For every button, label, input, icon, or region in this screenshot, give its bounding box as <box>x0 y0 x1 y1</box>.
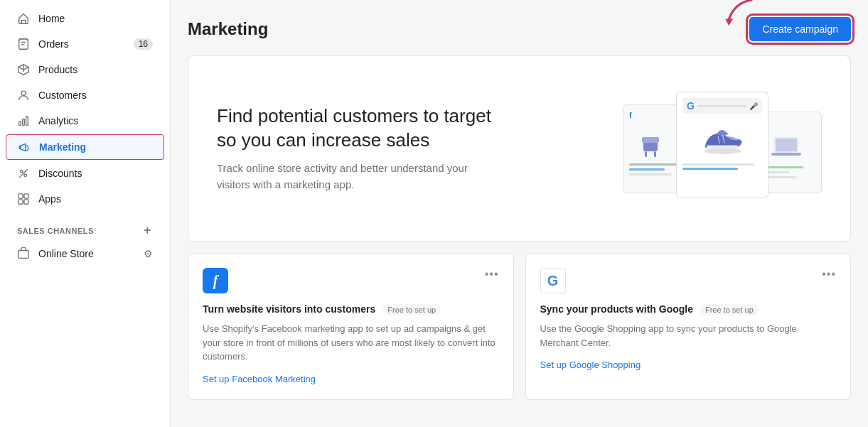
svg-rect-10 <box>18 200 23 204</box>
sidebar-item-analytics[interactable]: Analytics <box>6 109 164 133</box>
facebook-card: f ••• Turn website visitors into custome… <box>188 253 514 400</box>
svg-rect-19 <box>776 139 797 151</box>
orders-badge: 16 <box>134 38 153 50</box>
sidebar-item-discounts[interactable]: Discounts <box>6 161 164 185</box>
sidebar-item-label: Orders <box>38 38 69 50</box>
hero-heading: Find potential customers to target so yo… <box>217 104 515 153</box>
google-setup-link[interactable]: Set up Google Shopping <box>540 360 641 370</box>
svg-rect-11 <box>24 200 28 204</box>
sidebar-item-apps[interactable]: Apps <box>6 187 164 211</box>
svg-rect-9 <box>24 194 28 198</box>
create-campaign-container: Create campaign <box>749 17 851 41</box>
svg-rect-16 <box>645 151 647 157</box>
analytics-icon <box>17 114 30 127</box>
sidebar-item-label: Analytics <box>38 115 78 126</box>
sidebar-item-orders[interactable]: Orders 16 <box>6 32 164 56</box>
facebook-free-badge: Free to set up <box>382 304 441 315</box>
home-icon <box>17 12 30 25</box>
illus-main-card: G 🎤 <box>676 92 768 198</box>
page-title: Marketing <box>188 19 268 39</box>
svg-rect-3 <box>23 119 25 125</box>
sidebar-item-home[interactable]: Home <box>6 6 164 31</box>
svg-point-6 <box>21 171 23 173</box>
facebook-card-menu[interactable]: ••• <box>485 268 499 281</box>
svg-rect-5 <box>19 146 21 149</box>
main-content: Marketing Create campaign Find potential… <box>171 0 868 427</box>
discounts-icon <box>17 167 30 180</box>
facebook-card-title-row: Turn website visitors into customers Fre… <box>203 303 499 316</box>
google-search-bar: G 🎤 <box>682 98 762 114</box>
svg-rect-17 <box>654 151 656 157</box>
google-card-title: Sync your products with Google <box>540 303 693 315</box>
google-free-badge: Free to set up <box>700 304 759 315</box>
svg-rect-22 <box>706 146 738 149</box>
sidebar-item-label: Apps <box>38 193 61 205</box>
svg-rect-12 <box>18 251 28 259</box>
customers-icon <box>17 89 30 102</box>
google-card-menu[interactable]: ••• <box>822 268 836 281</box>
sidebar-item-label: Customers <box>38 90 87 101</box>
sidebar-item-products[interactable]: Products <box>6 58 164 82</box>
sidebar-item-label: Marketing <box>39 141 86 153</box>
online-store-settings-icon[interactable]: ⚙ <box>144 248 153 259</box>
search-bar-line <box>697 105 746 107</box>
sidebar-item-label: Home <box>38 13 65 24</box>
online-store-icon <box>17 247 30 260</box>
hero-card: Find potential customers to target so yo… <box>188 55 851 242</box>
create-campaign-button[interactable]: Create campaign <box>749 17 851 41</box>
facebook-icon: f <box>203 268 228 293</box>
svg-rect-0 <box>19 39 28 49</box>
mic-icon: 🎤 <box>749 102 758 110</box>
sidebar-item-customers[interactable]: Customers <box>6 83 164 107</box>
svg-rect-20 <box>771 153 801 156</box>
svg-rect-4 <box>26 117 28 126</box>
sidebar: Home Orders 16 Products Customers Analyt… <box>0 0 171 427</box>
orders-icon <box>17 38 30 50</box>
facebook-card-description: Use Shopify's Facebook marketing app to … <box>203 322 499 364</box>
sales-channels-header: SALES CHANNELS ＋ <box>6 215 164 241</box>
hero-text: Find potential customers to target so yo… <box>217 104 515 193</box>
hero-illustration: f M <box>623 85 822 212</box>
page-header: Marketing Create campaign <box>188 17 851 41</box>
facebook-card-top: f ••• <box>203 268 499 293</box>
sidebar-item-label: Products <box>38 64 77 75</box>
svg-point-21 <box>704 148 741 154</box>
sidebar-item-marketing[interactable]: Marketing <box>6 134 164 160</box>
google-icon: G <box>540 268 566 293</box>
google-g-logo: G <box>687 100 695 112</box>
google-card-description: Use the Google Shopping app to sync your… <box>540 322 837 350</box>
online-store-label: Online Store <box>38 248 94 259</box>
add-sales-channel-icon[interactable]: ＋ <box>141 223 154 238</box>
google-card-title-row: Sync your products with Google Free to s… <box>540 303 837 316</box>
sidebar-item-label: Discounts <box>38 168 82 179</box>
svg-marker-13 <box>725 18 733 26</box>
apps-icon <box>17 193 30 205</box>
svg-rect-14 <box>643 141 658 151</box>
facebook-card-title: Turn website visitors into customers <box>203 303 375 315</box>
svg-rect-15 <box>642 137 659 143</box>
hero-description: Track online store activity and better u… <box>217 161 487 193</box>
google-card-top: G ••• <box>540 268 837 293</box>
svg-point-1 <box>21 91 26 95</box>
svg-rect-2 <box>19 121 21 125</box>
sidebar-item-online-store[interactable]: Online Store ⚙ <box>6 242 164 266</box>
products-icon <box>17 63 30 76</box>
google-card: G ••• Sync your products with Google Fre… <box>525 253 852 400</box>
svg-rect-8 <box>18 194 23 198</box>
shoe-illustration <box>697 118 747 161</box>
marketing-icon <box>18 141 31 153</box>
facebook-setup-link[interactable]: Set up Facebook Marketing <box>203 374 316 384</box>
marketing-cards: f ••• Turn website visitors into custome… <box>188 253 851 400</box>
svg-point-7 <box>24 174 27 177</box>
